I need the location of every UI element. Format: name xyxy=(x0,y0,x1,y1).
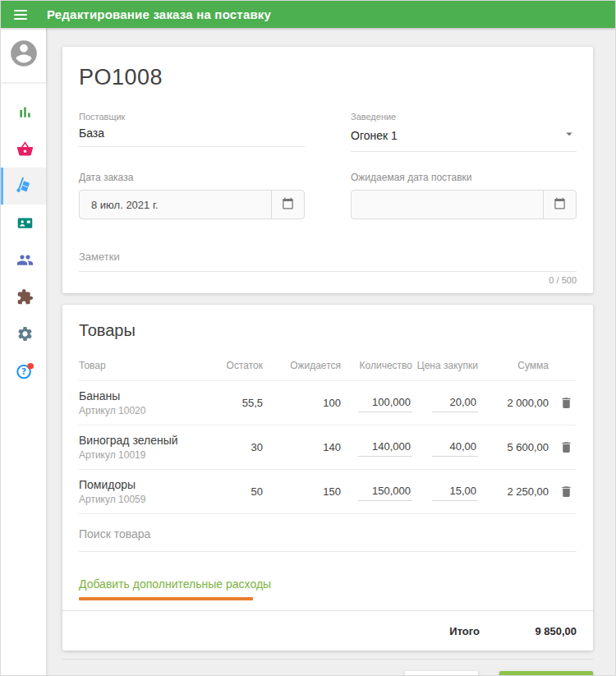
sidebar-item-settings[interactable] xyxy=(1,315,46,352)
product-name: Виноград зеленый xyxy=(79,434,204,447)
expected-value: 140 xyxy=(263,441,341,453)
order-date-input[interactable]: 8 июл. 2021 г. xyxy=(79,190,305,219)
sidebar-item-staff[interactable] xyxy=(1,241,46,278)
column-header-sum: Сумма xyxy=(478,360,549,372)
total-section: Итого 9 850,00 xyxy=(62,610,593,651)
stock-value: 30 xyxy=(204,441,263,453)
top-bar: Редактирование заказа на поставку xyxy=(1,1,615,28)
expected-value: 150 xyxy=(263,485,341,498)
sum-value: 2 000,00 xyxy=(478,397,549,409)
delete-row-button[interactable] xyxy=(558,439,575,456)
calendar-icon xyxy=(554,197,566,213)
notes-field: 0 / 500 xyxy=(79,249,577,285)
app-window: Редактирование заказа на поставку xyxy=(0,0,616,676)
highlight-underline xyxy=(79,597,253,600)
main-content: PO1008 Поставщик Заведение Огонек 1 xyxy=(46,28,615,676)
sidebar-item-counterparties[interactable] xyxy=(1,205,46,241)
page-title: Редактирование заказа на поставку xyxy=(47,7,271,21)
sidebar-item-sales[interactable] xyxy=(1,131,46,168)
product-sku: Артикул 10020 xyxy=(79,405,204,416)
supplier-label: Поставщик xyxy=(79,112,305,122)
sum-value: 5 600,00 xyxy=(478,441,549,453)
establishment-label: Заведение xyxy=(351,112,577,122)
sidebar-item-help[interactable]: ? xyxy=(1,352,46,389)
sidebar-item-supply[interactable] xyxy=(1,168,46,205)
expected-date-input[interactable] xyxy=(351,190,577,219)
table-row: Бананы Артикул 10020 55,5 100 2 000,00 xyxy=(79,380,577,425)
notes-input[interactable] xyxy=(79,251,577,272)
notes-counter: 0 / 500 xyxy=(79,275,577,285)
column-header-quantity: Количество xyxy=(341,360,412,372)
delete-row-button[interactable] xyxy=(558,483,575,500)
hand-truck-icon xyxy=(16,177,34,195)
column-header-price: Цена закупки xyxy=(412,360,478,372)
cancel-button[interactable]: ОТМЕНА xyxy=(405,671,478,676)
quantity-input[interactable] xyxy=(358,396,412,412)
expected-date-value xyxy=(352,191,543,218)
puzzle-icon xyxy=(16,288,34,306)
order-date-value: 8 июл. 2021 г. xyxy=(80,191,271,218)
people-icon xyxy=(16,251,34,269)
product-name: Бананы xyxy=(79,389,204,402)
sidebar-item-analytics[interactable] xyxy=(1,94,46,131)
user-avatar-icon xyxy=(8,38,39,72)
calendar-icon xyxy=(282,197,294,213)
product-sku: Артикул 10019 xyxy=(79,449,204,461)
contact-card-icon xyxy=(16,214,34,232)
quantity-input[interactable] xyxy=(358,440,412,457)
products-title: Товары xyxy=(79,321,577,340)
total-label: Итого xyxy=(449,625,480,637)
add-expenses: Добавить дополнительные расходы xyxy=(79,577,577,600)
table-row: Виноград зеленый Артикул 10019 30 140 5 … xyxy=(79,425,577,469)
help-icon: ? xyxy=(15,361,35,380)
stock-value: 55,5 xyxy=(204,397,263,409)
price-input[interactable] xyxy=(432,485,478,501)
sidebar: ? xyxy=(1,28,46,676)
bar-chart-icon xyxy=(16,103,34,121)
order-number-title: PO1008 xyxy=(79,65,577,90)
delete-row-button[interactable] xyxy=(558,394,575,412)
sidebar-item-integrations[interactable] xyxy=(1,278,46,315)
table-header-row: Товар Остаток Ожидается Количество Цена … xyxy=(79,353,577,380)
order-date-calendar-button[interactable] xyxy=(271,191,304,218)
actions-bar: ОТМЕНА СОХРАНИТЬ xyxy=(62,671,593,676)
trash-icon xyxy=(559,489,573,501)
product-search-input[interactable] xyxy=(79,527,577,552)
order-date-label: Дата заказа xyxy=(79,172,305,183)
order-date-field: Дата заказа 8 июл. 2021 г. xyxy=(79,172,305,219)
price-input[interactable] xyxy=(432,440,478,457)
establishment-field: Заведение Огонек 1 xyxy=(351,112,577,152)
expected-date-label: Ожидаемая дата поставки xyxy=(351,172,577,183)
price-input[interactable] xyxy=(432,396,478,412)
total-value: 9 850,00 xyxy=(519,625,577,637)
products-table: Товар Остаток Ожидается Количество Цена … xyxy=(79,353,577,513)
hamburger-menu-icon[interactable] xyxy=(4,1,37,28)
table-row: Помидоры Артикул 10059 50 150 2 250,00 xyxy=(79,469,577,513)
column-header-expected: Ожидается xyxy=(263,360,341,372)
product-name: Помидоры xyxy=(79,478,204,491)
supplier-input[interactable] xyxy=(79,126,305,140)
order-card: PO1008 Поставщик Заведение Огонек 1 xyxy=(62,47,593,293)
quantity-input[interactable] xyxy=(358,485,412,501)
establishment-select[interactable]: Огонек 1 xyxy=(351,122,577,152)
supplier-field: Поставщик xyxy=(79,112,305,152)
trash-icon xyxy=(559,444,573,457)
basket-icon xyxy=(16,140,34,158)
expected-value: 100 xyxy=(263,397,341,409)
gear-icon xyxy=(16,325,34,343)
chevron-down-icon xyxy=(562,126,577,145)
footer-divider xyxy=(62,659,593,660)
sidebar-item-profile[interactable] xyxy=(1,28,46,82)
add-expenses-link[interactable]: Добавить дополнительные расходы xyxy=(79,577,271,591)
products-card: Товары Товар Остаток Ожидается Количеств… xyxy=(62,305,593,651)
sum-value: 2 250,00 xyxy=(478,485,549,498)
trash-icon xyxy=(559,400,573,412)
save-button[interactable]: СОХРАНИТЬ xyxy=(499,671,593,676)
expected-date-field: Ожидаемая дата поставки xyxy=(351,172,577,219)
column-header-stock: Остаток xyxy=(204,360,263,372)
stock-value: 50 xyxy=(204,485,263,498)
product-search-row xyxy=(79,513,577,552)
expected-date-calendar-button[interactable] xyxy=(543,191,576,218)
establishment-value: Огонек 1 xyxy=(351,129,398,142)
notification-badge xyxy=(27,363,34,370)
